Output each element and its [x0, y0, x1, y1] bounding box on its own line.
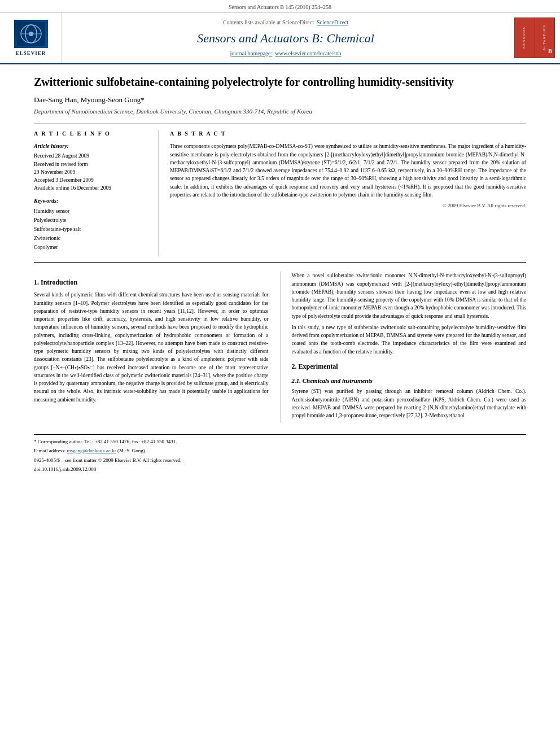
- authors-text: Dae-Sang Han, Myoung-Seon Gong*: [34, 95, 145, 104]
- keyword-1: Humidity sensor: [34, 207, 147, 216]
- article-info-col: A R T I C L E I N F O Article history: R…: [34, 130, 147, 256]
- journal-banner: ELSEVIER Contents lists available at Sci…: [0, 13, 560, 64]
- keywords-label: Keywords:: [34, 197, 147, 205]
- sensors-badge-section: SENSORS AcTuAToRS B: [509, 13, 560, 63]
- elsevier-logo-image: [14, 20, 48, 48]
- article-info-abstract-section: A R T I C L E I N F O Article history: R…: [34, 124, 526, 263]
- homepage-url[interactable]: www.elsevier.com/locate/snb: [275, 50, 341, 56]
- section2-heading: 2. Experimental: [292, 361, 527, 372]
- sciencedirect-link[interactable]: ScienceDirect: [317, 19, 348, 25]
- abstract-text: Three components copolymers poly(MEPAB-c…: [170, 142, 526, 199]
- section1-para3: In this study, a new type of sufobetaine…: [292, 324, 527, 356]
- badge-sensors-text: SENSORS: [515, 18, 535, 58]
- abstract-label: A B S T R A C T: [170, 130, 526, 138]
- section1-heading: 1. Introduction: [34, 277, 269, 287]
- elsevier-logo-section: ELSEVIER: [0, 13, 62, 63]
- copyright-line: © 2009 Elsevier B.V. All rights reserved…: [170, 202, 526, 209]
- email-label: E-mail address:: [34, 448, 65, 453]
- journal-title: Sensors and Actuators B: Chemical: [197, 30, 374, 47]
- article-history-title: Article history:: [34, 142, 147, 150]
- article-title: Zwitterionic sulfobetaine-containing pol…: [34, 75, 526, 89]
- keywords-list: Humidity sensor Polyelectrolyte Sulfobet…: [34, 207, 147, 252]
- body-col-left: 1. Introduction Several kinds of polymer…: [34, 272, 269, 423]
- abstract-col: A B S T R A C T Three components copolym…: [170, 130, 526, 256]
- svg-point-4: [29, 32, 33, 36]
- revised-date: 29 November 2009: [34, 168, 147, 176]
- elsevier-logo: ELSEVIER: [14, 20, 48, 57]
- top-header: Sensors and Actuators B 145 (2010) 254–2…: [0, 0, 560, 13]
- available-date: Available online 16 December 2009: [34, 184, 147, 192]
- footnote-email: E-mail address: msgang@dankook.ac.kr (M.…: [34, 447, 526, 455]
- article-info-label: A R T I C L E I N F O: [34, 130, 147, 138]
- email-author: (M.-S. Gong).: [117, 448, 146, 453]
- received-date: Received 28 August 2009: [34, 152, 147, 160]
- col-divider-1: [158, 130, 159, 256]
- sciencedirect-line: Contents lists available at ScienceDirec…: [223, 19, 348, 27]
- footnote-section: * Corresponding author. Tel.: +82 41 550…: [34, 434, 526, 473]
- body-col-right: When a novel sulfobetaine zwitterionic m…: [292, 272, 527, 423]
- footnote-corresponding: * Corresponding author. Tel.: +82 41 550…: [34, 438, 526, 445]
- page-wrapper: Sensors and Actuators B 145 (2010) 254–2…: [0, 0, 560, 483]
- accepted-date: Accepted 3 December 2009: [34, 176, 147, 184]
- email-address[interactable]: msgang@dankook.ac.kr: [67, 448, 116, 453]
- sciencedirect-text: Contents lists available at ScienceDirec…: [223, 19, 314, 25]
- doi-line: doi:10.1016/j.snb.2009.12.008: [34, 466, 526, 473]
- body-columns: 1. Introduction Several kinds of polymer…: [34, 272, 526, 423]
- section2-para1: Styrene (ST) was purified by passing thr…: [292, 387, 527, 420]
- elsevier-text: ELSEVIER: [16, 50, 46, 57]
- article-history-group: Article history: Received 28 August 2009…: [34, 142, 147, 192]
- article-content: Zwitterionic sulfobetaine-containing pol…: [0, 64, 560, 483]
- journal-homepage: journal homepage: www.elsevier.com/locat…: [230, 50, 342, 58]
- article-affiliation: Department of Nanobiomedical Science, Da…: [34, 107, 526, 116]
- article-authors: Dae-Sang Han, Myoung-Seon Gong*: [34, 95, 526, 105]
- keyword-2: Polyelectrolyte: [34, 216, 147, 225]
- section1-para1: Several kinds of polymeric films with di…: [34, 291, 269, 404]
- badge-b-text: B: [548, 47, 552, 55]
- homepage-label: journal homepage:: [230, 50, 273, 56]
- keyword-3: Sulfobetaine-type salt: [34, 225, 147, 234]
- keyword-4: Zwitterionic: [34, 234, 147, 243]
- section1-para2: When a novel sulfobetaine zwitterionic m…: [292, 272, 527, 320]
- section2-subsection: 2.1. Chemicals and instruments: [292, 376, 527, 386]
- keywords-group: Keywords: Humidity sensor Polyelectrolyt…: [34, 197, 147, 252]
- col-divider-2: [280, 272, 281, 423]
- sensors-badge: SENSORS AcTuAToRS B: [514, 18, 555, 58]
- journal-citation: Sensors and Actuators B 145 (2010) 254–2…: [229, 4, 331, 10]
- issn-line: 0925-4005/$ – see front matter © 2009 El…: [34, 457, 526, 464]
- revised-label: Received in revised form: [34, 160, 147, 168]
- journal-title-section: Contents lists available at ScienceDirec…: [62, 13, 509, 63]
- keyword-5: Copolymer: [34, 243, 147, 252]
